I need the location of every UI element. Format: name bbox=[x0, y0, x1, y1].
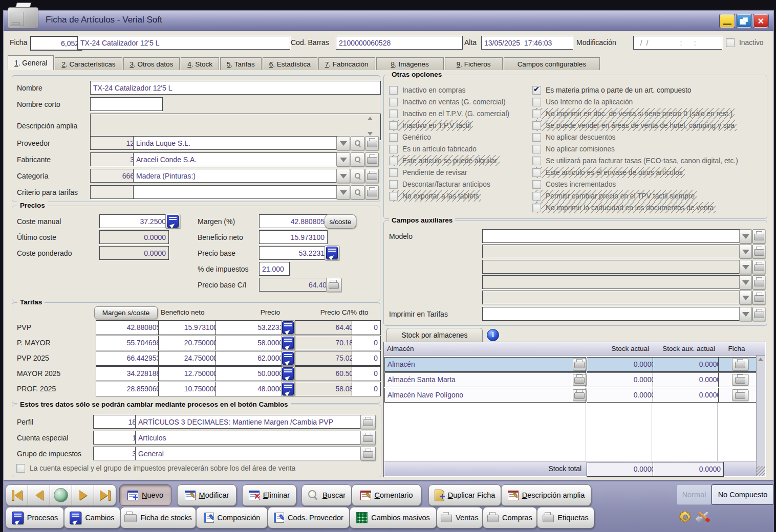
tarifa-beneficio-cell[interactable]: 10.750000 bbox=[158, 382, 221, 396]
tools-icon[interactable] bbox=[696, 509, 712, 523]
close-button[interactable]: ✕ bbox=[753, 14, 768, 28]
minimize-button[interactable] bbox=[720, 14, 735, 28]
almacen-open-button[interactable] bbox=[573, 359, 586, 370]
option-materia-prima[interactable]: ✔Es materia prima o parte de un art. com… bbox=[532, 84, 694, 96]
option-uso-interno[interactable]: ✔Uso Interno de la aplicación bbox=[532, 96, 635, 107]
coste-manual-field[interactable]: 37.2500 bbox=[99, 214, 169, 228]
perfil-print-button[interactable] bbox=[360, 415, 376, 429]
dropdown-button[interactable] bbox=[739, 229, 752, 243]
option-facturar-tasas[interactable]: ✔Se utilizará para facturar tasas (ECO-t… bbox=[532, 155, 740, 166]
nombre-field[interactable]: TX-24 Catalizador 12'5 L bbox=[90, 81, 381, 95]
dropdown-button[interactable] bbox=[739, 307, 752, 321]
option-pendiente-revisar[interactable]: ✔Pendiente de revisar bbox=[389, 167, 469, 178]
tarifa-calc-button[interactable] bbox=[281, 382, 295, 396]
nuevo-button[interactable]: +Nuevo bbox=[119, 484, 171, 506]
tarifa-dto-cell[interactable]: 0 bbox=[352, 351, 381, 366]
composicion-button[interactable]: ✎Composición bbox=[196, 507, 268, 528]
impuestos-field[interactable]: 21.000 bbox=[259, 262, 290, 276]
stock-tab[interactable]: Stock por almacenes bbox=[386, 328, 483, 342]
ficha-open-button[interactable] bbox=[732, 359, 748, 370]
coste-manual-calc-button[interactable] bbox=[165, 214, 180, 229]
print-button[interactable] bbox=[752, 229, 765, 243]
scroll-up-icon[interactable] bbox=[758, 358, 763, 361]
cambios-masivos-button[interactable]: Cambios masivos bbox=[350, 507, 437, 528]
refresh-button[interactable] bbox=[50, 484, 72, 506]
margen-field[interactable]: 42.880805 bbox=[259, 214, 328, 228]
tarifa-beneficio-cell[interactable]: 20.750000 bbox=[158, 336, 221, 350]
proveedor-value-field[interactable]: Linda Luque S.L. bbox=[133, 136, 341, 150]
tarifa-dto-cell[interactable]: 0 bbox=[352, 336, 381, 350]
dropdown-button[interactable] bbox=[336, 185, 350, 199]
option-costes-incrementados[interactable]: ✔Costes incrementados bbox=[532, 179, 618, 190]
print-button[interactable] bbox=[752, 307, 765, 321]
print-button[interactable] bbox=[365, 152, 379, 167]
almacen-name-cell[interactable]: Almacén bbox=[384, 357, 586, 372]
tab-general[interactable]: 1. General bbox=[8, 55, 54, 70]
tab-imagenes[interactable]: 8. Imágenes bbox=[376, 57, 444, 70]
settings-gear-icon[interactable] bbox=[678, 510, 692, 523]
procesos-button[interactable]: Procesos bbox=[6, 507, 64, 528]
cambios-button[interactable]: Cambios bbox=[64, 507, 120, 528]
option-articulo-fabricado[interactable]: ✔Es un artículo fabricado bbox=[389, 143, 479, 154]
tarifa-beneficio-cell[interactable]: 24.750000 bbox=[158, 351, 221, 366]
tarifa-beneficio-cell[interactable]: 15.973100 bbox=[158, 320, 221, 335]
margen-scoste-header-button[interactable]: Margen s/coste bbox=[94, 306, 158, 319]
tab-tarifas[interactable]: 5. Tarifas bbox=[220, 57, 262, 70]
lookup-button[interactable] bbox=[351, 152, 364, 167]
tab-ficheros[interactable]: 9. Ficheros bbox=[445, 57, 503, 70]
tab-estadistica[interactable]: 6. Estadística bbox=[263, 57, 317, 70]
stock-scrollbar[interactable] bbox=[756, 356, 765, 476]
ficha-name-field[interactable]: TX-24 Catalizador 12'5 L bbox=[77, 36, 290, 50]
duplicar-ficha-button[interactable]: +Duplicar Ficha bbox=[428, 484, 501, 506]
dropdown-button[interactable] bbox=[336, 152, 350, 167]
option-inactivo-ventas[interactable]: ✔Inactivo en ventas (G. comercial) bbox=[389, 96, 508, 107]
almacen-name-cell[interactable]: Almacén Nave Polígono bbox=[384, 388, 586, 403]
almacen-open-button[interactable] bbox=[573, 389, 586, 401]
tarifa-margen-cell[interactable]: 55.704698 bbox=[96, 336, 163, 350]
option-no-comisiones[interactable]: ✔No aplicar comisiones bbox=[532, 143, 617, 154]
scroll-down-icon[interactable] bbox=[368, 132, 373, 136]
scoste-button[interactable]: s/coste bbox=[325, 214, 356, 229]
tarifa-margen-cell[interactable]: 42.880805 bbox=[96, 320, 163, 335]
modificar-button[interactable]: ✎Modificar bbox=[177, 484, 236, 506]
cods-proveedor-button[interactable]: ✎Cods. Proveedor bbox=[268, 507, 350, 528]
dropdown-button[interactable] bbox=[336, 169, 350, 183]
resize-grip[interactable] bbox=[757, 466, 765, 476]
tab-caracteristicas[interactable]: 2. Características bbox=[55, 57, 122, 70]
option-no-descuentos[interactable]: ✔No aplicar descuentos bbox=[532, 131, 618, 143]
dropdown-button[interactable] bbox=[336, 136, 350, 150]
fabricante-value-field[interactable]: Araceli Conde S.A. bbox=[133, 152, 341, 166]
restore-button[interactable] bbox=[737, 14, 751, 28]
scroll-up-icon[interactable] bbox=[368, 117, 373, 120]
cuenta-print-button[interactable] bbox=[360, 431, 376, 445]
tarifa-precio-cell[interactable]: 50.0000 bbox=[215, 366, 286, 381]
option-inactivo-tpv[interactable]: ✔Inactivo en el T.P.V. (G. comercial) bbox=[389, 108, 511, 119]
categoria-value-field[interactable]: Madera (Pinturas:) bbox=[133, 169, 341, 183]
tarifa-dto-cell[interactable]: 0 bbox=[352, 320, 381, 335]
buscar-button[interactable]: Buscar bbox=[301, 484, 352, 506]
option-descontar-anticipos[interactable]: ✔Descontar/facturar anticipos bbox=[389, 179, 492, 190]
tarifa-margen-cell[interactable]: 66.442953 bbox=[96, 351, 163, 366]
imprimir-tarifas-field[interactable] bbox=[482, 307, 744, 321]
tarifa-precio-cell[interactable]: 48.0000 bbox=[215, 382, 286, 396]
tarifa-calc-button[interactable] bbox=[281, 336, 295, 350]
info-icon[interactable]: i bbox=[487, 329, 499, 341]
precio-base-calc-button[interactable] bbox=[325, 246, 339, 260]
next-record-button[interactable] bbox=[72, 484, 94, 506]
ficha-open-button[interactable] bbox=[732, 374, 748, 386]
last-record-button[interactable] bbox=[94, 484, 116, 506]
modelo-field[interactable] bbox=[482, 229, 744, 243]
tarifa-precio-cell[interactable]: 53.2231 bbox=[215, 320, 286, 335]
print-button[interactable] bbox=[365, 136, 379, 150]
print-button[interactable] bbox=[365, 185, 379, 199]
etiquetas-button[interactable]: Etiquetas bbox=[537, 507, 594, 528]
option-inactivo-compras[interactable]: ✔Inactivo en compras bbox=[389, 84, 467, 96]
first-record-button[interactable] bbox=[6, 484, 28, 506]
tarifa-margen-cell[interactable]: 28.859060 bbox=[96, 382, 163, 396]
ficha-number-field[interactable]: 6,052 bbox=[30, 36, 82, 51]
option-generico[interactable]: ✔Genérico bbox=[389, 131, 433, 143]
descripcion-amplia-button[interactable]: ✎Descripción amplia bbox=[501, 484, 591, 506]
beneficio-neto-field[interactable]: 15.973100 bbox=[259, 230, 328, 244]
precio-base-ci-print-button[interactable] bbox=[326, 278, 341, 292]
cod-barras-field[interactable]: 2100000060528 bbox=[336, 36, 463, 50]
